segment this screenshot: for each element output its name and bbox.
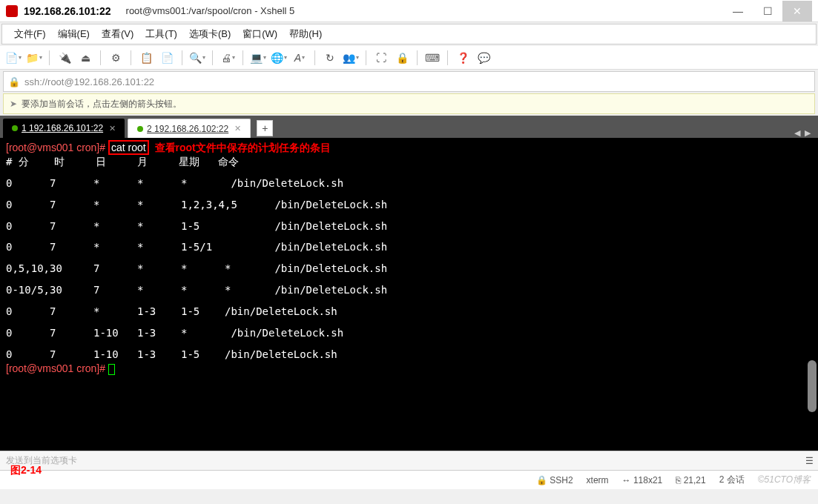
- properties-icon[interactable]: ⚙: [107, 49, 125, 67]
- separator: [182, 50, 182, 65]
- globe-icon[interactable]: 🌐▾: [270, 49, 288, 67]
- chevron-right-icon[interactable]: ▶: [805, 128, 811, 138]
- print-icon[interactable]: 🖨▾: [219, 49, 237, 67]
- tab-label: 1 192.168.26.101:22: [22, 123, 103, 133]
- cron-row: 0 7 * * 1-5/1 /bin/DeleteLock.sh: [6, 240, 812, 254]
- cron-row: 0,5,10,30 7 * * * /bin/DeleteLock.sh: [6, 262, 812, 276]
- infobar-text: 要添加当前会话，点击左侧的箭头按钮。: [22, 98, 182, 110]
- status-sessions: 2 会话: [719, 474, 745, 486]
- cron-row: 0 7 * * 1-5 /bin/DeleteLock.sh: [6, 219, 812, 233]
- menu-tabs[interactable]: 选项卡(B): [183, 26, 237, 42]
- separator: [212, 50, 213, 65]
- infobar: ➤ 要添加当前会话，点击左侧的箭头按钮。: [3, 93, 815, 114]
- window-title: root@vms001:/var/spool/cron - Xshell 5: [126, 5, 295, 16]
- tab-session-1[interactable]: 1 192.168.26.101:22 ✕: [3, 119, 125, 138]
- separator: [314, 50, 315, 65]
- figure-label: 图2-14: [10, 464, 42, 477]
- status-pos: ⎘ 21,21: [676, 475, 705, 485]
- cron-row: 0 7 * * 1,2,3,4,5 /bin/DeleteLock.sh: [6, 198, 812, 212]
- command-highlight: cat root: [108, 140, 149, 155]
- separator: [131, 50, 131, 65]
- disconnect-icon[interactable]: ⏏: [76, 49, 94, 67]
- menu-icon[interactable]: ☰: [805, 456, 814, 466]
- separator: [100, 50, 101, 65]
- maximize-button[interactable]: ☐: [753, 1, 782, 21]
- status-size: ↔ 118x21: [622, 475, 663, 485]
- keyboard-icon[interactable]: ⌨: [423, 49, 441, 67]
- users-icon[interactable]: 👥▾: [342, 49, 360, 67]
- addressbar[interactable]: 🔒 ssh://root@192.168.26.101:22: [3, 71, 815, 92]
- prompt: [root@vms001 cron]#: [6, 362, 105, 374]
- statusbar: 🔒 SSH2 xterm ↔ 118x21 ⎘ 21,21 2 会话 ©51CT…: [0, 470, 818, 489]
- watermark: ©51CTO博客: [758, 474, 811, 486]
- tab-label: 2 192.168.26.102:22: [147, 124, 228, 134]
- cron-row: 0 7 * 1-3 1-5 /bin/DeleteLock.sh: [6, 305, 812, 319]
- lock-icon: 🔒: [8, 76, 20, 87]
- menu-file[interactable]: 文件(F): [8, 26, 52, 42]
- separator: [366, 50, 366, 65]
- menu-view[interactable]: 查看(V): [96, 26, 139, 42]
- close-button[interactable]: ✕: [782, 1, 812, 21]
- lock-icon[interactable]: 🔒: [393, 49, 411, 67]
- titlebar-ip: 192.168.26.101:22: [24, 5, 111, 17]
- separator: [417, 50, 418, 65]
- refresh-icon[interactable]: ↻: [321, 49, 339, 67]
- add-tab-button[interactable]: +: [257, 120, 273, 136]
- toolbar: 📄▾ 📁▾ 🔌 ⏏ ⚙ 📋 📄 🔍▾ 🖨▾ 💻▾ 🌐▾ A▾ ↻ 👥▾ ⛶ 🔒 …: [0, 46, 818, 70]
- status-dot-icon: [12, 125, 18, 131]
- cron-row: 0 7 1-10 1-3 1-5 /bin/DeleteLock.sh: [6, 348, 812, 362]
- cron-row: 0 7 * * * /bin/DeleteLock.sh: [6, 176, 812, 190]
- chevron-left-icon[interactable]: ◀: [794, 128, 800, 138]
- cron-header: # 分 时 日 月 星期 命令: [6, 155, 812, 169]
- terminal-line: [root@vms001 cron]# cat root 查看root文件中保存…: [6, 141, 812, 155]
- app-icon: [6, 5, 18, 17]
- copy-icon[interactable]: 📋: [137, 49, 155, 67]
- close-icon[interactable]: ✕: [109, 124, 116, 133]
- status-ssh: 🔒 SSH2: [536, 475, 573, 485]
- search-icon[interactable]: 🔍▾: [188, 49, 206, 67]
- tab-session-2[interactable]: 2 192.168.26.102:22 ✕: [128, 119, 251, 138]
- status-dot-icon: [137, 126, 143, 132]
- minimize-button[interactable]: —: [723, 1, 753, 21]
- separator: [447, 50, 448, 65]
- open-folder-icon[interactable]: 📁▾: [25, 49, 43, 67]
- new-session-icon[interactable]: 📄▾: [4, 49, 22, 67]
- chat-icon[interactable]: 💬: [475, 49, 492, 67]
- close-icon[interactable]: ✕: [234, 124, 241, 133]
- scrollbar-thumb[interactable]: [808, 360, 817, 412]
- annotation: 查看root文件中保存的计划任务的条目: [155, 142, 331, 153]
- tabbar: 1 192.168.26.101:22 ✕ 2 192.168.26.102:2…: [0, 116, 818, 138]
- font-icon[interactable]: A▾: [291, 49, 309, 67]
- cursor: [108, 364, 115, 375]
- titlebar: 192.168.26.101:22 root@vms001:/var/spool…: [0, 0, 818, 22]
- terminal[interactable]: [root@vms001 cron]# cat root 查看root文件中保存…: [0, 138, 818, 451]
- cron-row: 0 7 1-10 1-3 * /bin/DeleteLock.sh: [6, 326, 812, 340]
- terminal-icon[interactable]: 💻▾: [249, 49, 267, 67]
- cron-row: 0-10/5,30 7 * * * /bin/DeleteLock.sh: [6, 283, 812, 297]
- separator: [49, 50, 50, 65]
- prompt: [root@vms001 cron]#: [6, 142, 105, 153]
- paste-icon[interactable]: 📄: [158, 49, 176, 67]
- fullscreen-icon[interactable]: ⛶: [372, 49, 390, 67]
- sendbar[interactable]: 发送到当前选项卡 ☰: [0, 451, 818, 470]
- terminal-line: [root@vms001 cron]#: [6, 362, 812, 376]
- menu-help[interactable]: 帮助(H): [283, 26, 328, 42]
- separator: [243, 50, 243, 65]
- help-icon[interactable]: ❓: [454, 49, 472, 67]
- arrow-icon[interactable]: ➤: [10, 99, 17, 109]
- connect-icon[interactable]: 🔌: [56, 49, 73, 67]
- window-controls: — ☐ ✕: [723, 1, 812, 21]
- menu-edit[interactable]: 编辑(E): [52, 26, 96, 42]
- status-term: xterm: [587, 475, 609, 485]
- menu-window[interactable]: 窗口(W): [237, 26, 283, 42]
- menu-tools[interactable]: 工具(T): [139, 26, 183, 42]
- url-text: ssh://root@192.168.26.101:22: [24, 76, 154, 87]
- menubar: 文件(F) 编辑(E) 查看(V) 工具(T) 选项卡(B) 窗口(W) 帮助(…: [1, 24, 817, 44]
- tab-nav: ◀ ▶: [794, 128, 815, 138]
